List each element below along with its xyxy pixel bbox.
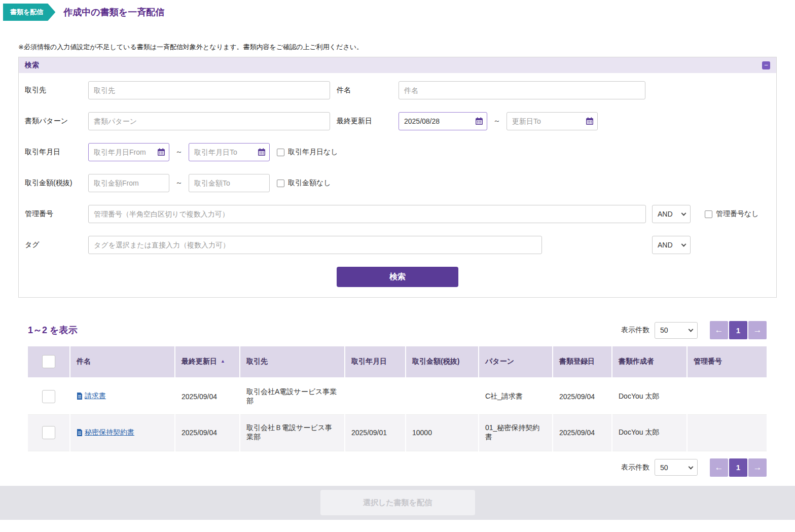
document-link-label: 請求書 [85,392,106,401]
page-title: 作成中の書類を一斉配信 [63,6,164,18]
tilde-separator: ～ [175,179,183,188]
select-all-checkbox[interactable] [42,355,55,368]
left-arrow-icon: ← [715,325,724,335]
page-size-select-wrap: 50 [655,459,698,476]
mgmt-none-group: 管理番号なし [705,209,759,219]
page-size-label: 表示件数 [621,463,649,472]
calendar-icon[interactable] [475,117,483,125]
partner-cell: 取引会社Ｂ電設サービス事業部 [240,414,345,451]
row-checkbox[interactable] [42,426,55,439]
notice-text: ※必須情報の入力値設定が不足している書類は一斉配信対象外となります。書類内容をご… [18,43,795,52]
distribute-selected-button[interactable]: 選択した書類を配信 [320,490,475,515]
pagination-top: ← 1 → [709,321,767,339]
page-size-label: 表示件数 [621,326,649,335]
subject-label: 件名 [337,86,399,95]
col-header-txn-date[interactable]: 取引年月日 [345,346,406,378]
updated-cell: 2025/09/04 [175,414,240,451]
col-header-label: 書類登録日 [559,357,595,365]
table-row: 秘密保持契約書 2025/09/04 取引会社Ｂ電設サービス事業部 2025/0… [28,414,767,451]
search-panel-body: 取引先 件名 書類パターン 最終更新日 ～ 取 [19,73,776,297]
pattern-input[interactable] [88,112,330,130]
col-header-amount[interactable]: 取引金額(税抜) [406,346,479,378]
col-header-subject[interactable]: 件名 [70,346,175,378]
row-checkbox[interactable] [42,390,55,403]
page-1-button[interactable]: 1 [729,458,747,477]
prev-page-button[interactable]: ← [710,321,728,339]
txn-date-cell: 2025/09/01 [345,414,406,451]
col-header-pattern[interactable]: パターン [479,346,553,378]
partner-label: 取引先 [25,86,88,95]
mgmt-none-checkbox[interactable] [705,210,712,218]
tag-input[interactable] [88,236,542,254]
list-controls-top: 表示件数 50 ← 1 → [621,321,767,339]
amount-none-label: 取引金額なし [288,179,331,188]
page-size-select[interactable]: 50 [655,459,698,476]
results-bottombar: 表示件数 50 ← 1 → [28,458,767,477]
last-update-to-input[interactable] [507,112,598,130]
col-header-mgmt[interactable]: 管理番号 [687,346,767,378]
mgmt-cell [687,378,767,414]
partner-cell: 取引会社A電設サービス事業部 [240,378,345,414]
creator-cell: DocYou 太郎 [612,378,687,414]
col-header-label: パターン [485,357,514,365]
pattern-cell: C社_請求書 [479,378,553,414]
search-button[interactable]: 検索 [337,267,458,287]
registered-cell: 2025/09/04 [553,414,612,451]
tag-and-select-wrap: AND [652,236,691,254]
transaction-date-none-checkbox[interactable] [277,149,284,156]
col-header-creator[interactable]: 書類作成者 [612,346,687,378]
mgmt-and-select[interactable]: AND [652,205,691,223]
tag-and-select[interactable]: AND [652,236,691,254]
document-link[interactable]: 請求書 [77,392,106,401]
col-header-select [28,346,70,378]
last-update-label: 最終更新日 [337,117,399,126]
amount-from-input[interactable] [88,174,169,192]
subject-input[interactable] [399,81,645,99]
results-summary: 1～2 を表示 [28,324,77,336]
footer-action-bar: 選択した書類を配信 [0,486,795,520]
mgmt-cell [687,414,767,451]
calendar-icon[interactable] [586,117,594,125]
col-header-updated[interactable]: 最終更新日▲ [175,346,240,378]
search-row-amount: 取引金額(税抜) ～ 取引金額なし [25,174,770,192]
search-panel-header: 検索 − [19,57,776,73]
mgmt-none-label: 管理番号なし [716,209,759,219]
col-header-label: 最終更新日 [182,357,217,365]
mgmt-input[interactable] [88,205,646,223]
search-panel-title: 検索 [25,61,39,70]
txn-date-cell [345,378,406,414]
sort-asc-icon: ▲ [221,359,225,364]
col-header-label: 取引先 [246,357,268,365]
document-link-label: 秘密保持契約書 [85,428,134,437]
amount-to-input[interactable] [189,174,270,192]
col-header-label: 管理番号 [694,357,722,365]
transaction-date-none-label: 取引年月日なし [288,148,338,157]
page-1-button[interactable]: 1 [729,321,747,339]
col-header-partner[interactable]: 取引先 [240,346,345,378]
row-select-cell [28,378,70,414]
amount-none-group: 取引金額なし [277,179,331,188]
next-page-button[interactable]: → [748,321,767,339]
prev-page-button[interactable]: ← [710,458,728,477]
tag-label: タグ [25,240,88,250]
mgmt-label: 管理番号 [25,209,88,219]
last-update-from-input[interactable] [399,112,487,130]
page-size-select[interactable]: 50 [655,322,698,339]
amount-cell: 10000 [406,414,479,451]
row-select-cell [28,414,70,451]
col-header-registered[interactable]: 書類登録日 [553,346,612,378]
partner-input[interactable] [88,81,330,99]
collapse-panel-button[interactable]: − [762,61,770,69]
document-icon [77,393,83,400]
amount-none-checkbox[interactable] [277,180,284,187]
col-header-label: 件名 [77,357,91,365]
breadcrumb-badge: 書類を配信 [3,4,55,21]
pattern-label: 書類パターン [25,117,88,126]
page-header: 書類を配信 作成中の書類を一斉配信 [0,0,795,20]
calendar-icon[interactable] [258,148,266,156]
transaction-date-from-field [88,143,169,161]
document-link[interactable]: 秘密保持契約書 [77,428,134,437]
search-panel: 検索 − 取引先 件名 書類パターン 最終更新日 ～ [18,57,777,298]
calendar-icon[interactable] [157,148,165,156]
next-page-button[interactable]: → [748,458,767,477]
